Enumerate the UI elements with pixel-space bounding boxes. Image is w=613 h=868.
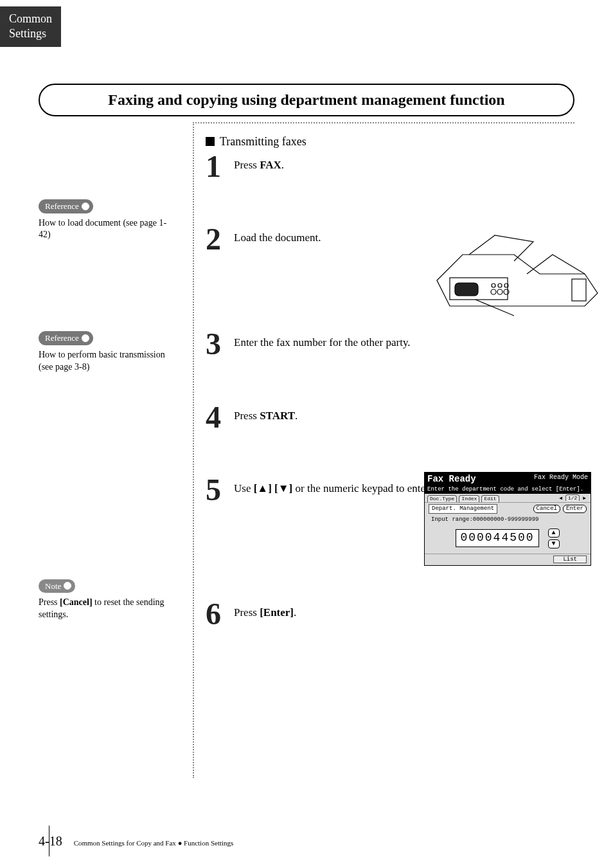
step-text: Enter the fax number for the other party… bbox=[234, 330, 411, 351]
note-body-1: Press [Cancel] to reset the sending sett… bbox=[39, 597, 173, 621]
reference-badge: Reference bbox=[39, 199, 93, 213]
step-number: 4 bbox=[206, 403, 234, 431]
chapter-thumb-tab: Common Settings bbox=[0, 6, 61, 47]
step-number: 6 bbox=[206, 600, 234, 628]
step-text-pre: Press bbox=[234, 159, 260, 171]
step-text-bold: FAX bbox=[260, 159, 281, 171]
lcd-tabs: Doc.Type Index Edit ◀ 1/2 ▶ bbox=[425, 494, 591, 502]
lcd-cancel-button[interactable]: Cancel bbox=[533, 505, 560, 513]
page-footer: 4-18 Common Settings for Copy and Fax ● … bbox=[39, 834, 233, 849]
square-bullet-icon bbox=[206, 137, 215, 146]
lcd-tab[interactable]: Index bbox=[459, 495, 479, 502]
step-number: 2 bbox=[206, 225, 234, 253]
section-heading: Transmitting faxes bbox=[206, 135, 574, 149]
step-text: Press START. bbox=[234, 403, 298, 424]
lcd-list-button[interactable]: List bbox=[553, 556, 587, 564]
badge-label: Reference bbox=[45, 332, 79, 344]
step-text-post: . bbox=[281, 159, 284, 171]
badge-dot-icon bbox=[82, 203, 89, 210]
step-text-bold: [▲] [▼] bbox=[254, 482, 293, 494]
step-text: Press [Enter]. bbox=[234, 600, 296, 621]
lcd-tab[interactable]: Edit bbox=[481, 495, 499, 502]
lcd-ready: Fax Ready bbox=[427, 474, 476, 485]
step-number: 1 bbox=[206, 152, 234, 180]
badge-label: Note bbox=[45, 581, 61, 592]
badge-dot-icon bbox=[64, 582, 71, 590]
page-number: 4-18 bbox=[39, 834, 62, 849]
lcd-panel: Fax Ready Fax Ready Mode Enter the depar… bbox=[424, 472, 591, 566]
step-1: 1 Press FAX. bbox=[206, 152, 574, 180]
reference-body-1: How to load document (see page 1-42) bbox=[39, 217, 173, 242]
badge-label: Reference bbox=[45, 201, 79, 212]
step-text-bold: [Enter] bbox=[260, 606, 294, 619]
fax-machine-illustration bbox=[424, 216, 604, 319]
lcd-tab[interactable]: Doc.Type bbox=[427, 495, 457, 502]
svg-rect-8 bbox=[572, 279, 586, 301]
lcd-enter-button[interactable]: Enter bbox=[563, 505, 587, 513]
thumb-line-2: Settings bbox=[9, 26, 52, 41]
lcd-value-row: 000044500 ▲ ▼ bbox=[425, 525, 591, 554]
lcd-input-range: Input range:000000000-999999999 bbox=[425, 515, 591, 525]
note-badge: Note bbox=[39, 579, 75, 593]
step-text-post: or the numeric keypad to enter. bbox=[292, 482, 431, 494]
step-text-pre: Press bbox=[234, 410, 260, 422]
lcd-field-row: Depart. Management Cancel Enter bbox=[425, 502, 591, 515]
note-block-1: Note Press [Cancel] to reset the sending… bbox=[39, 579, 173, 621]
lcd-down-arrow-button[interactable]: ▼ bbox=[548, 539, 560, 548]
lcd-field-label: Depart. Management bbox=[429, 504, 497, 514]
step-text-post: . bbox=[294, 606, 296, 619]
step-3: 3 Enter the fax number for the other par… bbox=[206, 330, 574, 357]
step-5: 5 Use [▲] [▼] or the numeric keypad to e… bbox=[206, 476, 574, 503]
lcd-up-arrow-button[interactable]: ▲ bbox=[548, 529, 560, 538]
step-6: 6 Press [Enter]. bbox=[206, 600, 574, 628]
horizontal-dotted-rule bbox=[193, 122, 574, 123]
page-title-pill: Faxing and copying using department mana… bbox=[39, 84, 574, 116]
breadcrumb: Common Settings for Copy and Fax ● Funct… bbox=[74, 839, 234, 847]
step-text-bold: START bbox=[260, 410, 295, 422]
reference-badge: Reference bbox=[39, 331, 93, 345]
reference-block-2: Reference How to perform basic transmiss… bbox=[39, 331, 173, 373]
reference-block-1: Reference How to load document (see page… bbox=[39, 199, 173, 241]
step-text-pre: Press bbox=[234, 606, 260, 619]
lcd-value: 000044500 bbox=[456, 529, 538, 547]
step-text-pre: Enter the fax number for the other party… bbox=[234, 336, 411, 348]
lcd-prompt: Enter the department code and select [En… bbox=[425, 486, 591, 494]
note-body-pre: Press bbox=[39, 597, 60, 607]
page-title: Faxing and copying using department mana… bbox=[108, 91, 504, 108]
badge-dot-icon bbox=[82, 334, 89, 342]
step-text: Use [▲] [▼] or the numeric keypad to ent… bbox=[234, 476, 431, 497]
lcd-page: 1/2 bbox=[565, 494, 580, 501]
breadcrumb-b: Function Settings bbox=[184, 839, 233, 847]
step-text-post: . bbox=[295, 410, 298, 422]
step-2: 2 Load the document. bbox=[206, 225, 574, 253]
lcd-title-bar: Fax Ready Fax Ready Mode bbox=[425, 473, 591, 486]
step-text-pre: Use bbox=[234, 482, 254, 494]
step-number: 5 bbox=[206, 476, 234, 503]
step-text-pre: Load the document. bbox=[234, 231, 321, 244]
step-text: Load the document. bbox=[234, 225, 321, 246]
step-text: Press FAX. bbox=[234, 152, 284, 174]
step-number: 3 bbox=[206, 330, 234, 357]
lcd-mode: Fax Ready Mode bbox=[534, 474, 588, 485]
thumb-line-1: Common bbox=[9, 12, 52, 26]
lcd-bottom-row: List bbox=[425, 554, 591, 566]
reference-body-2: How to perform basic transmission (see p… bbox=[39, 349, 173, 374]
step-4: 4 Press START. bbox=[206, 403, 574, 431]
note-body-bold: [Cancel] bbox=[60, 597, 93, 607]
breadcrumb-a: Common Settings for Copy and Fax bbox=[74, 839, 176, 847]
svg-rect-1 bbox=[455, 283, 478, 296]
bullet-icon: ● bbox=[178, 839, 184, 847]
section-heading-text: Transmitting faxes bbox=[220, 135, 306, 148]
vertical-dotted-rule bbox=[193, 122, 194, 778]
